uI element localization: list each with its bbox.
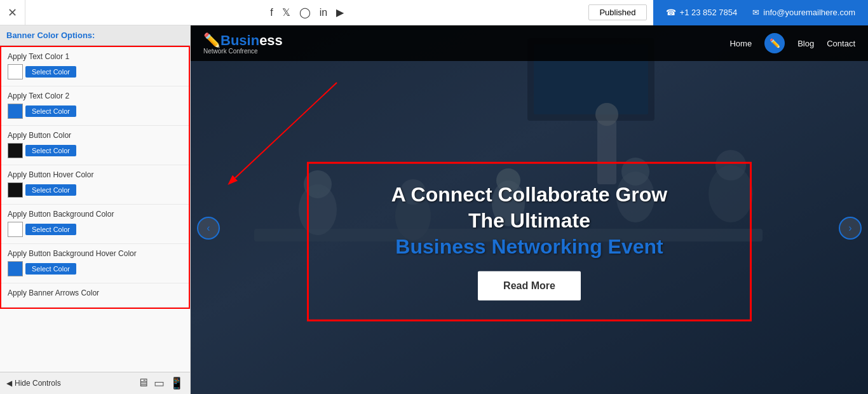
published-button[interactable]: Published	[588, 4, 646, 20]
main-layout: Banner Color Options: Apply Text Color 1…	[0, 25, 868, 394]
text-color-1-row: Select Color	[8, 64, 182, 79]
hide-controls-icon: ◀	[6, 379, 12, 388]
device-icons: 🖥 ▭ 📱	[137, 376, 184, 390]
hide-controls-button[interactable]: ◀ Hide Controls	[6, 379, 61, 388]
nav-home[interactable]: Home	[729, 39, 752, 48]
text-color-1-swatch[interactable]	[8, 64, 23, 79]
button-color-label: Apply Button Color	[8, 131, 182, 140]
read-more-button[interactable]: Read More	[478, 271, 581, 301]
banner-content: A Connect Collaborate Grow The Ultimate …	[307, 162, 752, 322]
button-bg-color-option: Apply Button Background Color Select Col…	[1, 205, 189, 244]
button-bg-color-swatch[interactable]	[8, 222, 23, 237]
button-color-row: Select Color	[8, 143, 182, 158]
site-nav-links: Home ✏️ Blog Contact	[729, 33, 855, 53]
banner-arrows-color-option: Apply Banner Arrows Color	[1, 283, 189, 308]
text-color-1-option: Apply Text Color 1 Select Color	[1, 47, 189, 86]
button-bg-hover-color-button[interactable]: Select Color	[25, 263, 76, 275]
instagram-icon[interactable]: ◯	[299, 6, 311, 18]
linkedin-icon[interactable]: in	[320, 7, 327, 18]
nav-contact[interactable]: Contact	[827, 39, 855, 48]
phone-icon: ☎	[666, 8, 676, 17]
slider-arrow-right[interactable]: ›	[839, 217, 862, 240]
color-options-panel: Apply Text Color 1 Select Color Apply Te…	[0, 46, 190, 309]
blog-icon-circle[interactable]: ✏️	[764, 33, 785, 53]
youtube-icon[interactable]: ▶	[336, 6, 344, 18]
button-bg-color-row: Select Color	[8, 222, 182, 237]
button-hover-color-button[interactable]: Select Color	[25, 184, 76, 196]
banner-title-line2: The Ultimate	[341, 209, 718, 233]
banner-title-line1: A Connect Collaborate Grow	[341, 183, 718, 207]
left-panel: Banner Color Options: Apply Text Color 1…	[0, 25, 191, 394]
top-bar: ✕ f 𝕏 ◯ in ▶ Published ☎ +1 23 852 7854 …	[0, 0, 868, 25]
banner-title-line3: Business Networking Event	[341, 235, 718, 259]
button-color-button[interactable]: Select Color	[25, 145, 76, 156]
panel-header: Banner Color Options:	[0, 25, 190, 46]
tablet-icon[interactable]: ▭	[154, 376, 165, 390]
social-icons-bar: f 𝕏 ◯ in ▶	[25, 6, 588, 18]
button-bg-hover-color-option: Apply Button Background Hover Color Sele…	[1, 244, 189, 283]
button-color-swatch[interactable]	[8, 143, 23, 158]
logo-subtitle: Network Confrence	[203, 48, 283, 55]
logo-text: ✏️Business	[203, 32, 283, 49]
phone-number: +1 23 852 7854	[680, 8, 738, 17]
arrow-left-icon: ‹	[207, 222, 210, 234]
phone-info: ☎ +1 23 852 7854	[666, 8, 738, 17]
close-button[interactable]: ✕	[0, 0, 25, 25]
text-color-2-row: Select Color	[8, 104, 182, 119]
email-info: ✉ info@youremailhere.com	[752, 8, 855, 17]
arrow-right-icon: ›	[848, 222, 851, 234]
mobile-icon[interactable]: 📱	[170, 376, 184, 390]
button-hover-color-label: Apply Button Hover Color	[8, 170, 182, 179]
close-icon: ✕	[8, 6, 17, 20]
email-address: info@youremailhere.com	[763, 8, 855, 17]
text-color-1-button[interactable]: Select Color	[25, 66, 76, 78]
slider-arrow-left[interactable]: ‹	[197, 217, 220, 240]
logo-white-part: ess	[259, 32, 283, 48]
twitter-icon[interactable]: 𝕏	[282, 6, 290, 18]
hide-controls-label: Hide Controls	[15, 379, 61, 388]
site-logo: ✏️Business Network Confrence	[203, 32, 283, 55]
site-navigation: ✏️Business Network Confrence Home ✏️ Blo…	[191, 25, 868, 61]
button-hover-color-swatch[interactable]	[8, 182, 23, 198]
desktop-icon[interactable]: 🖥	[137, 376, 149, 390]
facebook-icon[interactable]: f	[270, 7, 273, 18]
button-bg-hover-color-row: Select Color	[8, 261, 182, 276]
button-bg-color-label: Apply Button Background Color	[8, 210, 182, 219]
nav-blog[interactable]: Blog	[797, 39, 814, 48]
button-hover-color-option: Apply Button Hover Color Select Color	[1, 165, 189, 205]
text-color-1-label: Apply Text Color 1	[8, 52, 182, 61]
panel-footer: ◀ Hide Controls 🖥 ▭ 📱	[0, 372, 190, 394]
banner-arrows-color-label: Apply Banner Arrows Color	[8, 289, 182, 297]
button-bg-hover-color-label: Apply Button Background Hover Color	[8, 249, 182, 258]
contact-bar: ☎ +1 23 852 7854 ✉ info@youremailhere.co…	[653, 0, 868, 25]
email-icon: ✉	[752, 8, 759, 17]
text-color-2-label: Apply Text Color 2	[8, 92, 182, 100]
text-color-2-swatch[interactable]	[8, 104, 23, 119]
blog-icon: ✏️	[770, 38, 780, 48]
button-bg-color-button[interactable]: Select Color	[25, 224, 76, 235]
site-preview: ✏️Business Network Confrence Home ✏️ Blo…	[191, 25, 868, 394]
button-color-option: Apply Button Color Select Color	[1, 126, 189, 165]
button-bg-hover-color-swatch[interactable]	[8, 261, 23, 276]
text-color-2-button[interactable]: Select Color	[25, 105, 76, 117]
button-hover-color-row: Select Color	[8, 182, 182, 198]
text-color-2-option: Apply Text Color 2 Select Color	[1, 86, 189, 126]
logo-blue-part: ✏️Busin	[203, 32, 259, 48]
